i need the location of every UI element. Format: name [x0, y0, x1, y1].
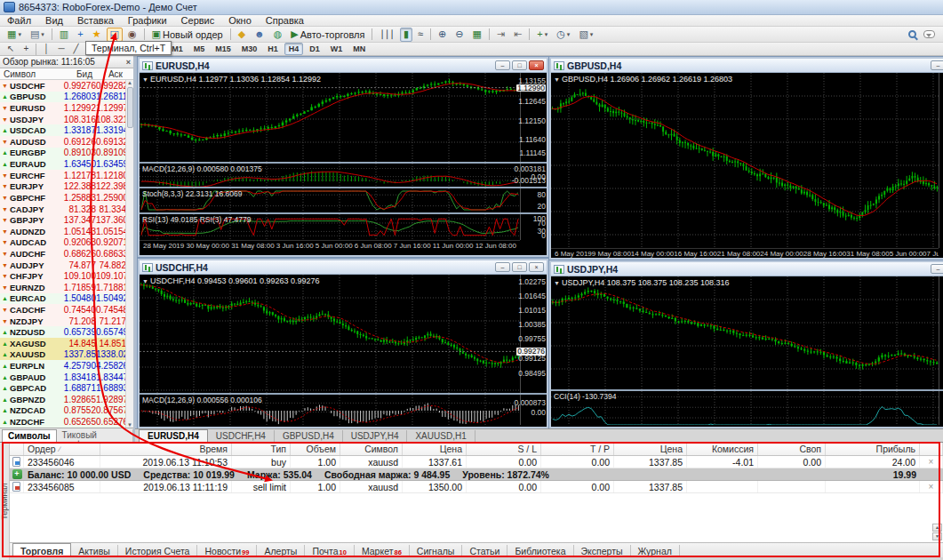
close-button[interactable]: ×: [529, 262, 544, 272]
symbol-row-USDCHF[interactable]: ▼USDCHF0.992760.99282: [0, 80, 133, 92]
minimize-button[interactable]: –: [495, 60, 510, 70]
terminal-tab-Журнал[interactable]: Журнал: [631, 545, 680, 557]
chart-tab-GBPUSD,H4[interactable]: GBPUSD,H4: [275, 430, 343, 442]
order-row-233456085[interactable]: 2334560852019.06.13 11:11:19sell limit1.…: [10, 481, 943, 493]
zoom-in-button[interactable]: ⊕: [435, 28, 450, 42]
chart-window-titlebar[interactable]: USDCHF,H4–□×: [140, 260, 547, 275]
scroll-up-icon[interactable]: ▲: [932, 524, 942, 532]
community-button[interactable]: ☻: [251, 28, 268, 42]
tab-Символы[interactable]: Символы: [2, 429, 57, 442]
symbol-row-USDJPY[interactable]: ▼USDJPY108.316108.321: [0, 114, 133, 125]
market-watch-scrollbar[interactable]: ▲▼: [125, 80, 133, 428]
symbol-row-EURUSD[interactable]: ▼EURUSD1.129921.12997: [0, 102, 133, 114]
search-icon[interactable]: [908, 30, 916, 38]
symbol-row-EURCHF[interactable]: ▼EURCHF1.121781.12180: [0, 170, 133, 181]
symbol-row-GBPCAD[interactable]: ▲GBPCAD1.688711.68893: [0, 382, 133, 394]
column-ask[interactable]: Аск: [92, 69, 124, 79]
terminal-tab-Статьи[interactable]: Статьи: [462, 545, 507, 557]
chart-dropdown-icon[interactable]: ▼: [142, 76, 148, 83]
menu-Справка[interactable]: Справка: [259, 15, 311, 26]
chat-icon[interactable]: [923, 30, 935, 38]
timeframe-M5[interactable]: M5: [189, 43, 210, 55]
close-order-icon[interactable]: ×: [929, 457, 934, 467]
symbol-row-NZDJPY[interactable]: ▼NZDJPY71.20871.217: [0, 316, 133, 327]
chart-shift-button[interactable]: ⇤: [510, 28, 525, 42]
timeframe-W1[interactable]: W1: [326, 43, 348, 55]
symbol-row-AUDNZD[interactable]: ▼AUDNZD1.051431.05154: [0, 226, 133, 237]
chart-tab-EURUSD,H4[interactable]: EURUSD,H4: [139, 429, 208, 442]
symbol-row-EURCAD[interactable]: ▲EURCAD1.504801.50492: [0, 293, 133, 305]
timeframe-H1[interactable]: H1: [263, 43, 283, 55]
order-row-233456046[interactable]: 2334560462019.06.13 11:10:53buy1.00xauus…: [10, 456, 943, 468]
chart-window-titlebar[interactable]: GBPUSD,H4–□: [551, 59, 943, 73]
symbol-row-AUDCHF[interactable]: ▼AUDCHF0.686260.68633: [0, 248, 133, 260]
symbol-row-AUDJPY[interactable]: ▼AUDJPY74.87774.882: [0, 260, 133, 271]
autotrading-button[interactable]: ▶Авто-торговля: [287, 28, 368, 42]
menu-Вставка[interactable]: Вставка: [70, 15, 121, 26]
menu-Графики[interactable]: Графики: [121, 15, 174, 26]
terminal-tab-Эксперты[interactable]: Эксперты: [574, 545, 631, 557]
minimize-button[interactable]: –: [931, 60, 943, 70]
column-Ордер[interactable]: Ордер∕: [24, 443, 100, 455]
terminal-tab-История Счета[interactable]: История Счета: [118, 545, 198, 557]
symbol-row-GBPAUD[interactable]: ▲GBPAUD1.834181.83447: [0, 372, 133, 383]
chart-dropdown-icon[interactable]: ▼: [554, 280, 560, 286]
scroll-down-icon[interactable]: ▼: [932, 532, 942, 540]
symbol-row-NZDCAD[interactable]: ▲NZDCAD0.875520.87567: [0, 405, 133, 417]
timeframe-H4[interactable]: H4: [284, 43, 304, 55]
minimize-button[interactable]: –: [931, 264, 943, 274]
terminal-tab-Активы[interactable]: Активы: [71, 545, 118, 557]
timeframe-D1[interactable]: D1: [305, 43, 324, 55]
crosshair-tool[interactable]: +: [20, 42, 32, 56]
symbol-row-EURNZD[interactable]: ▼EURNZD1.718591.71881: [0, 282, 133, 293]
scroll-up-icon[interactable]: ▲: [127, 80, 132, 85]
symbol-row-GBPNZD[interactable]: ▲GBPNZD1.928651.92897: [0, 394, 133, 405]
auto-scroll-button[interactable]: ⇥: [493, 28, 508, 42]
website-button[interactable]: ◍: [270, 28, 286, 42]
column-S / L[interactable]: S / L: [467, 443, 541, 455]
line-chart-button[interactable]: ≈: [414, 28, 427, 42]
timeframe-M30[interactable]: M30: [237, 43, 262, 55]
balance-row[interactable]: +Баланс: 10 000.00 USDСредства: 10 019.9…: [10, 468, 943, 481]
chart-tab-USDCHF,H4[interactable]: USDCHF,H4: [208, 430, 275, 442]
profiles-button[interactable]: ▤▾: [27, 28, 48, 42]
column-bid[interactable]: Бид: [55, 69, 92, 79]
symbol-row-NZDUSD[interactable]: ▲NZDUSD0.657390.65749: [0, 326, 133, 338]
terminal-button[interactable]: ◱: [107, 28, 123, 42]
column-symbol[interactable]: Символ: [0, 69, 55, 79]
scroll-thumb[interactable]: [127, 87, 133, 128]
cursor-tool[interactable]: ↖: [4, 42, 18, 56]
bar-chart-button[interactable]: ∣∣∣: [376, 28, 398, 42]
strategy-tester-button[interactable]: ◉: [124, 28, 140, 42]
vertical-line-tool[interactable]: │: [40, 42, 52, 56]
symbol-row-EURGBP[interactable]: ▲EURGBP0.891030.89109: [0, 148, 133, 159]
close-button[interactable]: ×: [529, 60, 544, 70]
new-chart-button[interactable]: ▦▾: [4, 28, 25, 42]
column-Цена[interactable]: Цена: [403, 443, 467, 455]
symbol-row-AUDCAD[interactable]: ▼AUDCAD0.920630.92071: [0, 237, 133, 249]
close-icon[interactable]: ×: [126, 58, 131, 67]
new-order-button[interactable]: ▣Новый ордер: [148, 28, 227, 42]
menu-Вид[interactable]: Вид: [38, 15, 70, 26]
navigator-button[interactable]: ★: [89, 28, 105, 42]
chart-tab-XAUUSD,H1[interactable]: XAUUSD,H1: [407, 430, 475, 442]
symbol-row-XAUUSD[interactable]: ▲XAUUSD1337.851338.02: [0, 349, 133, 361]
column-Комиссия[interactable]: Комиссия: [687, 443, 758, 455]
symbol-row-GBPJPY[interactable]: ▼GBPJPY137.347137.360: [0, 214, 133, 226]
minimize-button[interactable]: –: [495, 262, 510, 272]
terminal-tab-Сигналы[interactable]: Сигналы: [410, 545, 463, 557]
column-Объем[interactable]: Объем: [291, 443, 340, 455]
terminal-tab-Торговля[interactable]: Торговля: [12, 543, 71, 557]
chart-dropdown-icon[interactable]: ▼: [554, 76, 560, 83]
terminal-scrollbar[interactable]: ▲▼: [932, 524, 942, 540]
data-window-button[interactable]: +: [74, 28, 86, 42]
terminal-tab-Новости[interactable]: Новости99: [197, 545, 257, 557]
menu-Файл[interactable]: Файл: [0, 15, 38, 26]
zoom-out-button[interactable]: ⊖: [452, 28, 467, 42]
tile-windows-button[interactable]: ▦: [468, 28, 484, 42]
menu-Окно[interactable]: Окно: [221, 15, 259, 26]
scroll-down-icon[interactable]: ▼: [127, 422, 132, 428]
terminal-tab-Почта[interactable]: Почта10: [305, 545, 355, 557]
chart-tab-USDJPY,H4[interactable]: USDJPY,H4: [343, 430, 408, 442]
column-Своп[interactable]: Своп: [758, 443, 826, 455]
